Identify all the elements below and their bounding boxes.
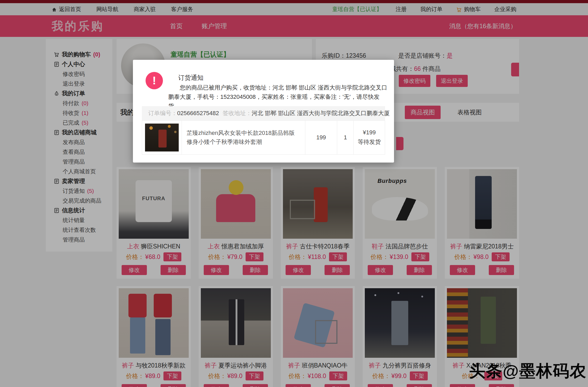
order-status: 等待发货 [358,138,381,146]
order-quantity-cell: 1 [337,121,353,154]
order-notification-modal: ! 订货通知 您的商品已被用户购买，收货地址：河北 邯郸 邯山区 滏西大街与学院… [133,60,394,163]
order-no-value: 0256665275482 [177,110,219,117]
modal-title: 订货通知 [178,74,203,82]
order-amount-cell: ¥199 等待发货 [353,121,385,154]
order-product-table: 芷臻zhizhen风衣女装中长款2018新品韩版修身小矮个子秋季港味外套潮 19… [142,120,385,155]
order-no-label: 订单编号： [148,109,177,117]
order-product-title: 芷臻zhizhen风衣女装中长款2018新品韩版修身小矮个子秋季港味外套潮 [187,129,300,146]
watermark: 头条@墨林码农 [469,360,586,382]
address-label: 签收地址： [223,109,252,117]
order-product-title-cell: 芷臻zhizhen风衣女装中长款2018新品韩版修身小矮个子秋季港味外套潮 [182,121,305,154]
order-amount: ¥199 [363,129,376,136]
exclamation-icon: ! [146,72,163,89]
order-product-thumbnail [145,124,179,151]
order-product-cell [142,121,182,154]
order-unit-price-cell: 199 [305,121,337,154]
address-value: 河北 邯郸 邯山区 滏西大街与学院北路交叉口鹏泰大厦 [252,109,390,117]
order-info-bar: 订单编号： 0256665275482 签收地址： 河北 邯郸 邯山区 滏西大街… [142,106,385,120]
modal-dim-overlay [0,0,588,387]
